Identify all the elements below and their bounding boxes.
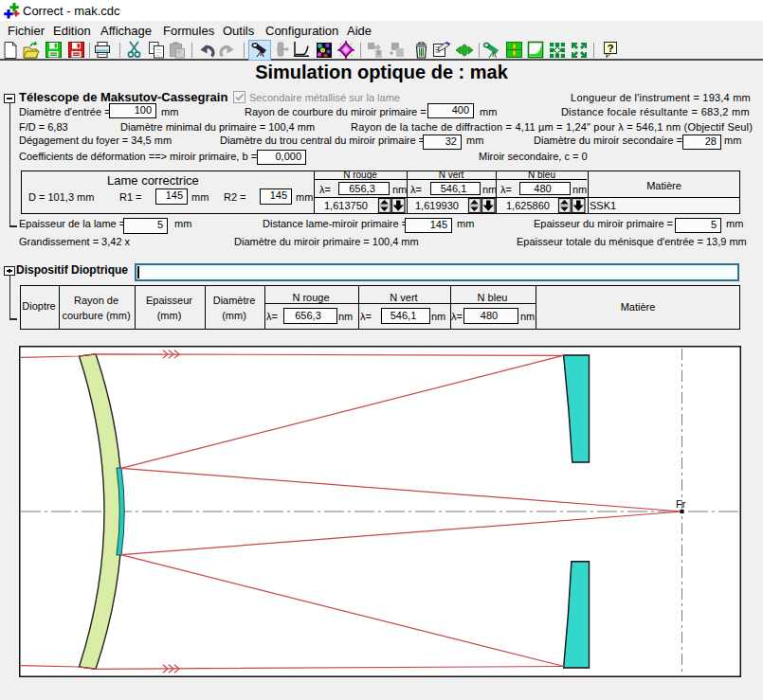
svg-text:?: ? [608,43,614,54]
svg-text:Fr: Fr [676,498,686,510]
